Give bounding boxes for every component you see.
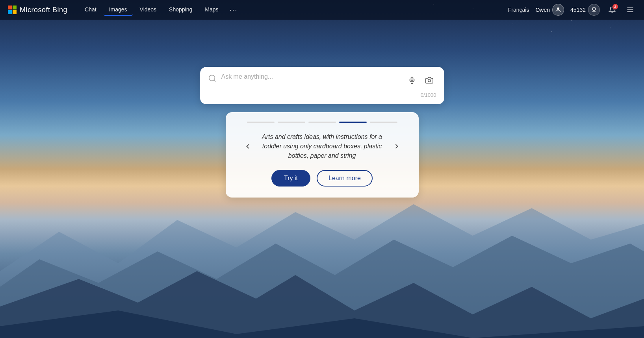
pagination bbox=[247, 122, 397, 123]
nav-right: Français Owen 45132 2 bbox=[508, 4, 636, 16]
nav-link-chat[interactable]: Chat bbox=[79, 4, 102, 16]
navbar: Microsoft Bing Chat Images Videos Shoppi… bbox=[0, 0, 644, 20]
ms-logo-icon bbox=[8, 6, 17, 14]
try-it-button[interactable]: Try it bbox=[271, 170, 310, 187]
search-icon bbox=[208, 74, 217, 85]
nav-user-button[interactable]: Owen bbox=[535, 4, 564, 16]
page-indicator-5[interactable] bbox=[370, 122, 397, 123]
avatar bbox=[552, 4, 564, 16]
nav-link-images[interactable]: Images bbox=[104, 4, 133, 16]
microphone-button[interactable] bbox=[405, 73, 419, 87]
svg-point-9 bbox=[209, 75, 215, 81]
nav-link-shopping[interactable]: Shopping bbox=[163, 4, 198, 16]
suggestion-content: Arts and crafts ideas, with instructions… bbox=[241, 132, 403, 161]
svg-point-5 bbox=[592, 7, 596, 10]
search-row bbox=[208, 73, 436, 89]
suggestion-text: Arts and crafts ideas, with instructions… bbox=[262, 132, 382, 161]
suggestion-buttons: Try it Learn more bbox=[271, 170, 373, 187]
nav-points-button[interactable]: 45132 bbox=[570, 4, 600, 16]
search-input[interactable] bbox=[221, 73, 400, 89]
search-actions bbox=[405, 73, 436, 87]
nav-language-button[interactable]: Français bbox=[508, 7, 529, 13]
suggestion-card: Arts and crafts ideas, with instructions… bbox=[226, 112, 419, 198]
learn-more-button[interactable]: Learn more bbox=[317, 170, 373, 187]
page-indicator-2[interactable] bbox=[278, 122, 305, 123]
svg-rect-10 bbox=[411, 77, 413, 81]
nav-links: Chat Images Videos Shopping Maps ··· bbox=[79, 4, 508, 17]
nav-brand: Microsoft Bing bbox=[20, 6, 67, 14]
page-indicator-1[interactable] bbox=[247, 122, 275, 123]
next-suggestion-button[interactable] bbox=[390, 140, 403, 153]
search-container: 0/1000 bbox=[200, 67, 444, 104]
prev-suggestion-button[interactable] bbox=[241, 140, 254, 153]
search-counter: 0/1000 bbox=[208, 92, 436, 98]
nav-more-button[interactable]: ··· bbox=[226, 4, 242, 17]
svg-point-4 bbox=[557, 7, 559, 10]
page-indicator-3[interactable] bbox=[308, 122, 336, 123]
notification-count: 2 bbox=[612, 4, 618, 9]
main-content: 0/1000 Arts and crafts ideas, with instr… bbox=[0, 20, 644, 338]
points-value: 45132 bbox=[570, 7, 586, 13]
nav-username: Owen bbox=[535, 7, 550, 13]
page-indicator-4[interactable] bbox=[339, 122, 367, 123]
nav-link-videos[interactable]: Videos bbox=[134, 4, 162, 16]
points-badge-icon bbox=[588, 4, 600, 16]
nav-notifications-button[interactable]: 2 bbox=[606, 4, 618, 16]
svg-point-13 bbox=[428, 79, 431, 82]
nav-hamburger-button[interactable] bbox=[624, 4, 636, 16]
camera-button[interactable] bbox=[422, 73, 436, 87]
nav-link-maps[interactable]: Maps bbox=[199, 4, 224, 16]
nav-logo[interactable]: Microsoft Bing bbox=[8, 6, 67, 14]
